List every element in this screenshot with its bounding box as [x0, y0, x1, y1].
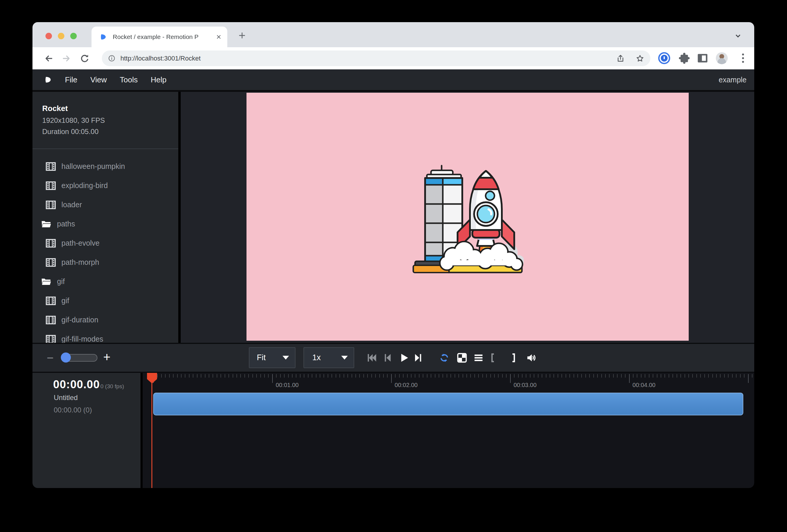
- ruler-tick: [185, 374, 185, 378]
- tab-close-icon[interactable]: [215, 34, 222, 40]
- share-icon[interactable]: [616, 54, 625, 63]
- sidebar-composition-gif-fill-modes[interactable]: gif-fill-modes: [33, 329, 178, 343]
- remotion-logo-icon[interactable]: [44, 76, 52, 84]
- fullscreen-window-button[interactable]: [70, 33, 77, 39]
- tab-search-chevron-icon[interactable]: [734, 32, 742, 40]
- back-arrow-icon[interactable]: [43, 53, 54, 64]
- next-frame-button[interactable]: [413, 352, 424, 363]
- ruler-tick: [708, 374, 709, 378]
- rocket-launch-illustration: [411, 159, 524, 274]
- timeline-track-bar[interactable]: [153, 393, 743, 416]
- ruler-tick: [347, 374, 348, 378]
- playback-speed-value: 1x: [312, 353, 321, 362]
- ruler-tick: [510, 374, 511, 383]
- sidebar-folder-paths[interactable]: paths: [33, 214, 178, 234]
- sidebar-composition-loader[interactable]: loader: [33, 195, 178, 214]
- ruler-tick: [387, 374, 388, 378]
- ruler-tick: [165, 374, 166, 378]
- menu-file[interactable]: File: [65, 75, 77, 84]
- skip-to-start-button[interactable]: [366, 352, 378, 363]
- ruler-tick: [336, 374, 336, 378]
- sidebar-composition-exploding-bird[interactable]: exploding-bird: [33, 176, 178, 195]
- ruler-tick: [664, 374, 665, 378]
- onepassword-extension-icon[interactable]: [657, 51, 671, 65]
- ruler-tick: [621, 374, 622, 378]
- ruler-tick: [732, 374, 733, 378]
- ruler-tick: [716, 374, 717, 378]
- in-marker-button[interactable]: [489, 352, 501, 363]
- chevron-down-icon: [282, 356, 289, 360]
- out-marker-button[interactable]: [506, 352, 517, 363]
- sidebar-composition-halloween-pumpkin[interactable]: halloween-pumpkin: [33, 157, 178, 176]
- playhead-handle[interactable]: [147, 373, 157, 383]
- ruler-tick: [534, 374, 534, 378]
- new-tab-button[interactable]: [238, 31, 247, 40]
- playhead-line[interactable]: [151, 373, 152, 488]
- forward-arrow-icon[interactable]: [61, 53, 72, 64]
- timeline-zoom-slider[interactable]: [61, 354, 98, 362]
- timeline-info-panel: 00:00.00 0 (30 fps) Untitled 00:00.00 (0…: [33, 373, 141, 488]
- browser-menu-dots-icon[interactable]: [736, 51, 750, 65]
- timeline-zoom-out-button[interactable]: −: [44, 344, 56, 372]
- timeline-zoom-slider-knob[interactable]: [61, 353, 71, 363]
- minimize-window-button[interactable]: [58, 33, 64, 39]
- transparency-checkerboard-button[interactable]: [456, 352, 468, 363]
- menu-help[interactable]: Help: [151, 75, 167, 84]
- volume-button[interactable]: [526, 352, 537, 363]
- film-icon: [45, 238, 56, 249]
- sidebar-item-label: path-evolve: [61, 239, 100, 248]
- page-info-icon[interactable]: [108, 54, 116, 62]
- ruler-tick: [526, 374, 526, 378]
- previous-frame-button[interactable]: [382, 352, 393, 363]
- browser-tab[interactable]: Rocket / example - Remotion P: [91, 26, 227, 47]
- sidebar-item-label: halloween-pumpkin: [61, 162, 125, 171]
- sidebar-item-label: gif: [61, 296, 69, 305]
- ruler-tick: [308, 374, 309, 378]
- ruler-tick: [550, 374, 550, 378]
- ruler-tick: [668, 374, 669, 378]
- timeline-options-button[interactable]: [473, 352, 484, 363]
- timeline-zoom-in-button[interactable]: +: [101, 344, 113, 372]
- play-button[interactable]: [398, 352, 409, 363]
- film-icon: [45, 314, 56, 326]
- ruler-tick: [264, 374, 265, 378]
- bookmark-star-icon[interactable]: [636, 54, 644, 63]
- loop-toggle-button[interactable]: [439, 352, 450, 363]
- sidebar-folder-gif[interactable]: gif: [33, 272, 178, 291]
- sidebar-composition-path-evolve[interactable]: path-evolve: [33, 234, 178, 253]
- ruler-tick: [740, 374, 741, 378]
- video-canvas[interactable]: [247, 93, 689, 341]
- playback-controls-bar: − + Fit 1x: [33, 343, 754, 373]
- composition-duration: Duration 00:05.00: [42, 126, 172, 137]
- menu-view[interactable]: View: [90, 75, 107, 84]
- reload-icon[interactable]: [79, 53, 90, 64]
- ruler-tick: [482, 374, 483, 378]
- sidebar-item-label: gif: [57, 277, 65, 286]
- ruler-tick: [229, 374, 229, 378]
- extensions-puzzle-icon[interactable]: [678, 51, 691, 65]
- sidebar-composition-gif-duration[interactable]: gif-duration: [33, 310, 178, 329]
- profile-avatar[interactable]: [715, 51, 728, 65]
- menu-tools[interactable]: Tools: [120, 75, 138, 84]
- ruler-tick: [411, 374, 411, 378]
- sidebar-composition-path-morph[interactable]: path-morph: [33, 253, 178, 272]
- ruler-tick: [395, 374, 396, 378]
- side-panel-icon[interactable]: [696, 51, 709, 65]
- ruler-tick: [209, 374, 209, 378]
- sidebar-composition-gif[interactable]: gif: [33, 291, 178, 310]
- ruler-tick: [236, 374, 237, 378]
- ruler-tick: [359, 374, 360, 378]
- timeline-track-area[interactable]: 00:01.0000:02.0000:03.0000:04.00: [143, 373, 754, 488]
- ruler-tick: [720, 374, 721, 378]
- timeline-ruler-label: 00:04.00: [633, 382, 656, 388]
- close-window-button[interactable]: [45, 33, 52, 39]
- ruler-tick: [383, 374, 384, 378]
- playback-speed-dropdown[interactable]: 1x: [303, 347, 354, 368]
- ruler-tick: [443, 374, 443, 378]
- ruler-tick: [240, 374, 241, 378]
- canvas-size-dropdown[interactable]: Fit: [249, 347, 296, 368]
- track-time-label: 00:00.00 (0): [54, 406, 92, 414]
- ruler-tick: [201, 374, 201, 378]
- address-bar[interactable]: http://localhost:3001/Rocket: [102, 50, 650, 66]
- ruler-tick: [435, 374, 435, 378]
